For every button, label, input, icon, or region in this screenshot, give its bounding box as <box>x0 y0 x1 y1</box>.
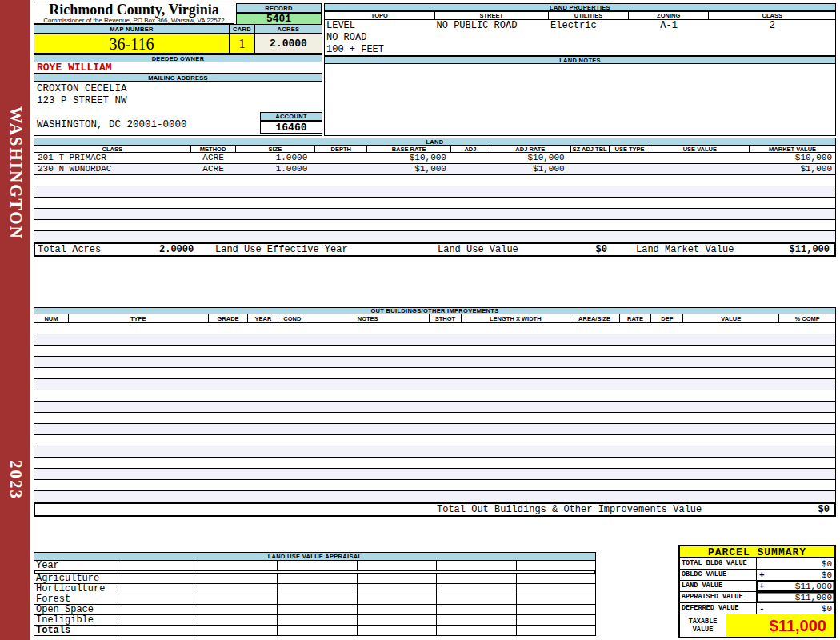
out-buildings-header: DEP <box>651 314 683 322</box>
land-cell <box>571 164 610 174</box>
out-buildings-header: % COMP <box>779 314 835 322</box>
land-market-value: $11,000 <box>764 244 834 255</box>
land-cell: ACRE <box>191 164 236 174</box>
appraisal-cell <box>437 626 517 635</box>
appraisal-row-label: Year <box>34 561 118 570</box>
card-value: 1 <box>230 34 254 54</box>
year-banner: WASHINGTON 2023 <box>0 0 30 640</box>
map-number-value: 36-116 <box>34 34 230 54</box>
appraisal-cell <box>437 561 517 570</box>
parcel-summary-rows: TOTAL BLDG VALUE$0OBLDG VALUE+$0LAND VAL… <box>680 558 834 614</box>
class-value: 2 <box>709 20 835 55</box>
out-buildings-blank-row <box>34 390 835 402</box>
parcel-summary-value: $0 <box>768 559 834 569</box>
land-notes-box <box>324 64 836 136</box>
card-label: CARD <box>230 24 254 34</box>
appraisal-cell <box>198 561 278 570</box>
taxable-value: $11,000 <box>726 614 834 637</box>
out-buildings-header: NOTES <box>306 314 430 322</box>
out-buildings-blank-row <box>34 446 835 458</box>
appraisal-row-label: Agriculture <box>34 574 118 583</box>
land-cell: $10,000 <box>367 153 451 163</box>
appraisal-row: Year <box>34 561 595 571</box>
property-record-card: WASHINGTON 2023 Richmond County, Virgini… <box>0 0 840 640</box>
parcel-summary-operator: + <box>757 582 768 591</box>
land-cell: $10,000 <box>750 153 835 163</box>
record-value: 5401 <box>236 13 322 25</box>
out-buildings-header: COND <box>278 314 306 322</box>
land-table-header: ADJ <box>451 146 490 152</box>
appraisal-cell <box>437 594 517 604</box>
county-title: Richmond County, Virginia <box>34 2 234 17</box>
appraisal-cell <box>278 561 358 570</box>
out-buildings-header-row: NUMTYPEGRADEYEARCONDNOTESSTHGTLENGTH X W… <box>34 314 836 323</box>
land-cell <box>315 153 367 163</box>
appraisal-cell <box>278 574 358 583</box>
mailing-address-label: MAILING ADDRESS <box>34 74 322 82</box>
appraisal-cell <box>118 615 198 625</box>
land-cell <box>610 164 651 174</box>
parcel-summary-row-label: DEFERRED VALUE <box>680 603 757 614</box>
land-blank-row <box>34 175 835 186</box>
out-buildings-blank-row <box>34 458 835 469</box>
land-table-header: USE VALUE <box>650 146 750 152</box>
appraisal-cell <box>517 561 596 570</box>
appraisal-cell <box>118 574 198 583</box>
appraisal-cell <box>198 574 278 583</box>
appraisal-cell <box>358 605 438 614</box>
parcel-summary-row: APPRAISED VALUE$11,000 <box>680 592 834 603</box>
parcel-summary-row-label: APPRAISED VALUE <box>680 592 757 602</box>
land-cell: ACRE <box>191 153 236 163</box>
land-use-effective-year-label: Land Use Effective Year <box>215 244 438 255</box>
land-cell: $1,000 <box>367 164 451 174</box>
parcel-summary-operator: - <box>757 604 768 614</box>
banner-year-label: 2023 <box>6 460 26 500</box>
out-buildings-blank-row <box>34 491 835 502</box>
deeded-owner-value: ROYE WILLIAM <box>34 62 322 74</box>
land-properties-values: LEVEL NO ROAD 100 + FEET NO PUBLIC ROAD … <box>324 20 836 56</box>
appraisal-row: Open Space <box>34 605 595 615</box>
appraisal-cell <box>437 584 517 594</box>
account-label: ACCOUNT <box>260 112 322 121</box>
zoning-value: A-1 <box>629 20 710 55</box>
topo-value: LEVEL NO ROAD 100 + FEET <box>325 20 435 55</box>
land-table-title: LAND <box>34 138 836 146</box>
land-cell: 1.0000 <box>235 164 315 174</box>
parcel-summary-row-label: OBLDG VALUE <box>680 570 757 580</box>
land-table: LAND CLASSMETHODSIZEDEPTHBASE RATEADJADJ… <box>34 138 836 257</box>
land-cell <box>650 164 750 174</box>
parcel-summary-operator: + <box>757 570 768 580</box>
appraisal-cell <box>437 615 517 625</box>
out-buildings-blank-row <box>34 368 835 379</box>
parcel-summary-row: DEFERRED VALUE-$0 <box>680 603 834 614</box>
street-value: NO PUBLIC ROAD <box>435 20 550 55</box>
appraisal-cell <box>278 584 358 594</box>
land-table-header: USE TYPE <box>610 146 651 152</box>
out-buildings-table: OUT BUILDINGS/OTHER IMPROVEMENTS NUMTYPE… <box>34 307 836 517</box>
land-use-appraisal-rows: YearAgricultureHorticultureForestOpen Sp… <box>34 561 596 636</box>
banner-county-label: WASHINGTON <box>6 106 26 240</box>
total-acres-value: 2.0000 <box>159 244 215 255</box>
appraisal-cell <box>118 605 198 614</box>
total-acres-label: Total Acres <box>35 244 159 255</box>
land-notes-title: LAND NOTES <box>324 56 836 64</box>
appraisal-cell <box>517 605 596 614</box>
out-buildings-blank-row <box>34 323 835 334</box>
land-row: 230 N WDNORDACACRE1.0000$1,000$1,000$1,0… <box>34 164 835 175</box>
land-cell: 201 T PRIMACR <box>34 153 191 163</box>
land-blank-row <box>34 209 835 220</box>
acres-value: 2.0000 <box>254 34 322 54</box>
land-cell <box>451 153 490 163</box>
land-use-value-label: Land Use Value <box>438 244 567 255</box>
appraisal-cell <box>118 626 198 635</box>
land-blank-row <box>34 220 835 231</box>
parcel-summary-row: LAND VALUE+$11,000 <box>680 581 834 592</box>
parcel-summary-value-box: $11,000 <box>757 592 834 602</box>
land-table-header-row: CLASSMETHODSIZEDEPTHBASE RATEADJADJ RATE… <box>34 146 836 153</box>
appraisal-cell <box>517 574 596 583</box>
land-properties-header: ZONING <box>629 12 710 19</box>
land-table-totals: Total Acres 2.0000 Land Use Effective Ye… <box>34 242 836 257</box>
parcel-summary-value: $11,000 <box>768 593 834 602</box>
appraisal-cell <box>517 615 596 625</box>
parcel-summary-title: PARCEL SUMMARY <box>680 546 834 558</box>
